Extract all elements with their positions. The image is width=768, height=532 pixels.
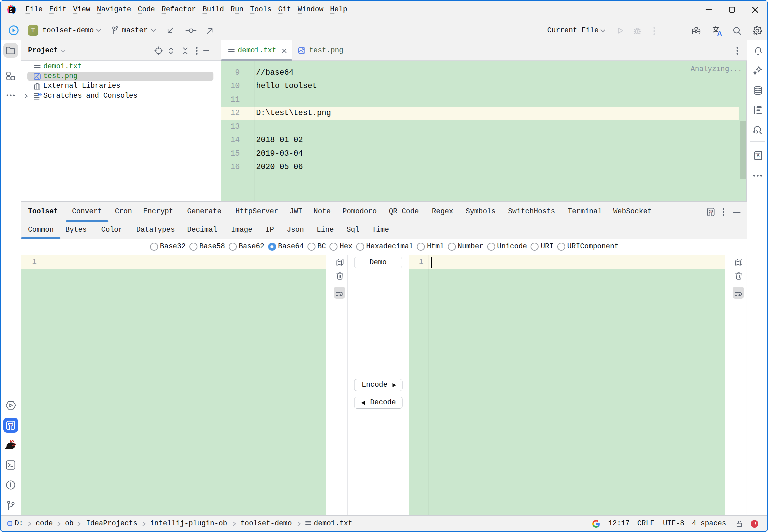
- svg-text:A: A: [757, 153, 760, 158]
- svg-text:IJ: IJ: [10, 8, 12, 11]
- svg-text:A: A: [717, 30, 722, 36]
